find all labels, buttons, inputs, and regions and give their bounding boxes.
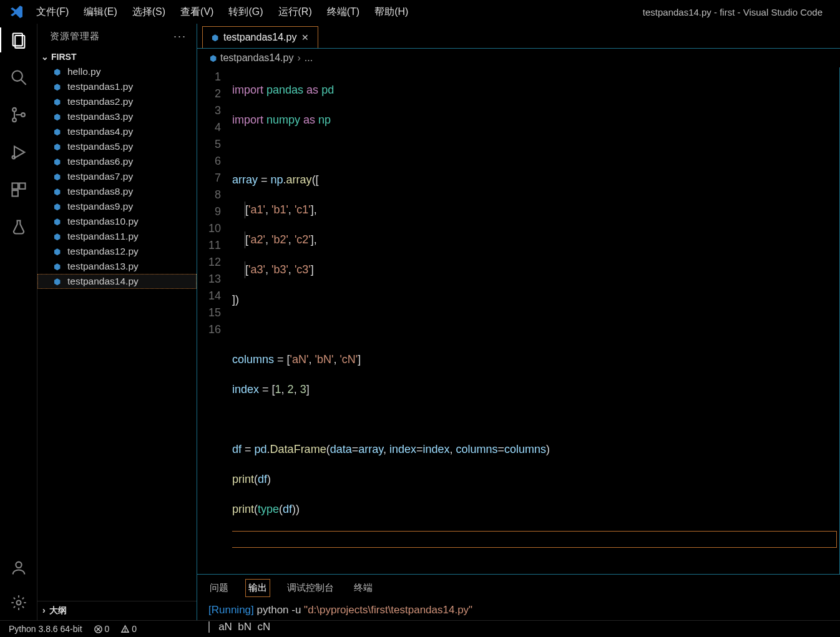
file-name: testpandas8.py (67, 186, 133, 197)
file-item[interactable]: ⬢testpandas7.py (37, 169, 197, 184)
status-errors[interactable]: 0 (94, 624, 110, 635)
explorer-icon[interactable] (10, 31, 27, 49)
file-name: testpandas1.py (67, 81, 133, 92)
python-file-icon: ⬢ (212, 33, 218, 42)
panel-output[interactable]: [Running] python -u "d:\pyprojects\first… (197, 599, 840, 637)
file-item[interactable]: ⬢testpandas5.py (37, 139, 197, 154)
menu-help[interactable]: 帮助(H) (368, 3, 414, 21)
svg-point-5 (12, 118, 16, 122)
python-file-icon: ⬢ (54, 202, 62, 212)
file-name: testpandas10.py (67, 216, 139, 227)
vscode-logo-icon (9, 4, 24, 19)
folder-header[interactable]: FIRST (37, 49, 197, 64)
file-name: testpandas14.py (67, 276, 139, 287)
svg-line-3 (21, 80, 26, 85)
file-item[interactable]: ⬢hello.py (37, 64, 197, 79)
svg-point-12 (16, 562, 21, 568)
svg-point-13 (16, 601, 21, 605)
python-file-icon: ⬢ (54, 97, 62, 107)
menu-go[interactable]: 转到(G) (222, 3, 269, 21)
explorer-title: 资源管理器 (50, 31, 100, 42)
file-name: testpandas6.py (67, 156, 133, 167)
svg-rect-10 (19, 183, 25, 189)
file-name: hello.py (67, 66, 100, 77)
line-number-gutter: 12345678910111213141516 (197, 69, 232, 574)
python-file-icon: ⬢ (54, 157, 62, 167)
code-editor[interactable]: 12345678910111213141516 import pandas as… (197, 67, 840, 574)
tab-active[interactable]: ⬢ testpandas14.py ✕ (202, 26, 318, 48)
file-name: testpandas4.py (67, 126, 133, 137)
python-file-icon: ⬢ (54, 262, 62, 271)
python-file-icon: ⬢ (54, 142, 62, 152)
menu-edit[interactable]: 编辑(E) (77, 3, 123, 21)
svg-marker-7 (14, 147, 24, 158)
svg-rect-11 (12, 190, 17, 196)
extensions-icon[interactable] (10, 181, 27, 198)
panel-tab-problems[interactable]: 问题 (208, 581, 230, 595)
menu-select[interactable]: 选择(S) (126, 3, 172, 21)
source-control-icon[interactable] (10, 106, 27, 124)
breadcrumb-file: testpandas14.py (220, 52, 293, 64)
settings-gear-icon[interactable] (10, 594, 27, 611)
file-item[interactable]: ⬢testpandas14.py (37, 274, 197, 289)
python-file-icon: ⬢ (54, 217, 62, 226)
menu-run[interactable]: 运行(R) (272, 3, 318, 21)
chevron-right-icon: › (297, 52, 300, 64)
file-item[interactable]: ⬢testpandas9.py (37, 199, 197, 214)
file-name: testpandas12.py (67, 246, 139, 257)
panel-tab-terminal[interactable]: 终端 (353, 581, 374, 595)
file-name: testpandas13.py (67, 261, 139, 272)
svg-point-2 (12, 71, 22, 81)
status-python[interactable]: Python 3.8.6 64-bit (9, 624, 82, 634)
python-file-icon: ⬢ (54, 127, 62, 137)
svg-point-6 (21, 113, 25, 117)
explorer-more-icon[interactable]: ··· (173, 30, 187, 43)
menu-terminal[interactable]: 终端(T) (321, 3, 366, 21)
python-file-icon: ⬢ (54, 277, 62, 286)
file-item[interactable]: ⬢testpandas13.py (37, 259, 197, 274)
explorer-sidebar: 资源管理器 ··· FIRST ⬢hello.py⬢testpandas1.py… (37, 24, 197, 620)
run-debug-icon[interactable] (10, 143, 27, 161)
menu-file[interactable]: 文件(F) (30, 3, 75, 21)
file-name: testpandas11.py (67, 231, 139, 242)
bottom-panel: 问题 输出 调试控制台 终端 [Running] python -u "d:\p… (197, 574, 840, 637)
file-item[interactable]: ⬢testpandas4.py (37, 124, 197, 139)
file-item[interactable]: ⬢testpandas12.py (37, 244, 197, 259)
menu-view[interactable]: 查看(V) (174, 3, 220, 21)
file-item[interactable]: ⬢testpandas3.py (37, 109, 197, 124)
testing-icon[interactable] (10, 218, 27, 236)
breadcrumb[interactable]: ⬢ testpandas14.py › ... (197, 49, 840, 67)
breadcrumb-rest: ... (305, 52, 313, 64)
tab-label: testpandas14.py (223, 32, 296, 43)
file-name: testpandas7.py (67, 171, 133, 182)
search-icon[interactable] (10, 69, 27, 86)
status-warnings[interactable]: 0 (120, 624, 137, 635)
python-file-icon: ⬢ (54, 232, 62, 241)
python-file-icon: ⬢ (54, 82, 62, 92)
title-bar: 文件(F) 编辑(E) 选择(S) 查看(V) 转到(G) 运行(R) 终端(T… (0, 0, 840, 24)
outline-section[interactable]: 大纲 (37, 601, 197, 620)
panel-tabs: 问题 输出 调试控制台 终端 (197, 575, 840, 599)
python-file-icon: ⬢ (54, 67, 62, 77)
file-item[interactable]: ⬢testpandas11.py (37, 229, 197, 244)
tab-close-icon[interactable]: ✕ (301, 32, 309, 42)
svg-rect-9 (12, 183, 17, 189)
svg-point-4 (12, 108, 16, 112)
menu-bar: 文件(F) 编辑(E) 选择(S) 查看(V) 转到(G) 运行(R) 终端(T… (30, 3, 414, 21)
file-item[interactable]: ⬢testpandas8.py (37, 184, 197, 199)
account-icon[interactable] (10, 559, 27, 576)
file-name: testpandas9.py (67, 201, 133, 212)
file-item[interactable]: ⬢testpandas1.py (37, 79, 197, 94)
file-name: testpandas3.py (67, 111, 133, 122)
svg-point-18 (125, 631, 125, 631)
file-item[interactable]: ⬢testpandas10.py (37, 214, 197, 229)
panel-tab-output[interactable]: 输出 (247, 581, 268, 595)
python-file-icon: ⬢ (54, 247, 62, 256)
window-title: testpandas14.py - first - Visual Studio … (414, 7, 835, 17)
file-item[interactable]: ⬢testpandas2.py (37, 94, 197, 109)
file-list: ⬢hello.py⬢testpandas1.py⬢testpandas2.py⬢… (37, 64, 197, 601)
panel-tab-debug-console[interactable]: 调试控制台 (286, 581, 335, 595)
file-item[interactable]: ⬢testpandas6.py (37, 154, 197, 169)
code-content[interactable]: import pandas as pd import numpy as np a… (232, 69, 839, 574)
python-file-icon: ⬢ (54, 187, 62, 197)
